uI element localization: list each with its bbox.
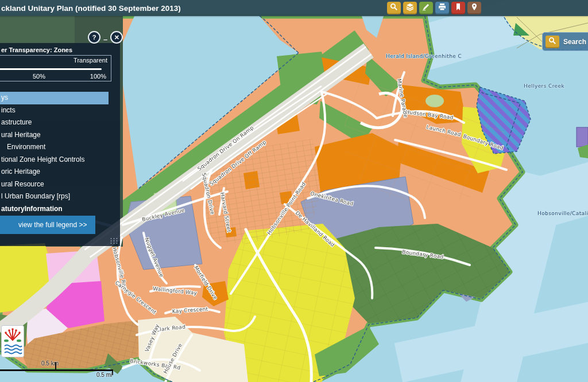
layer-item-overlays[interactable]: ys <box>0 92 109 104</box>
bookmark-tool-button[interactable] <box>451 2 465 14</box>
scalebar-mi-label: 0.5 mi <box>96 372 112 378</box>
layer-item-additional-zone-height-controls[interactable]: tional Zone Height Controls <box>0 154 120 166</box>
view-full-legend-button[interactable]: view the full legend >> <box>0 216 95 234</box>
slider-50-label: 50% <box>33 73 45 80</box>
layer-item-statutory-information[interactable]: atutoryInformation <box>0 203 120 216</box>
layer-item-precincts[interactable]: incts <box>0 104 120 117</box>
slider-100-label: 100% <box>90 73 106 80</box>
council-logo <box>1 325 24 357</box>
scalebar: 0.5 km 0.5 mi <box>0 359 121 379</box>
panel-resize-grip[interactable] <box>110 237 118 244</box>
search-tool-button[interactable] <box>387 2 401 14</box>
search-widget[interactable]: Search <box>542 32 588 51</box>
layers-icon <box>406 3 414 13</box>
printer-icon <box>438 3 446 13</box>
layer-item-environment[interactable]: Environment <box>0 141 120 154</box>
water-label-hellyers-creek: Hellyers Creek <box>524 83 564 89</box>
layer-item-natural-heritage[interactable]: ural Heritage <box>0 129 120 142</box>
search-icon <box>390 3 398 13</box>
layer-item-historic-heritage[interactable]: oric Heritage <box>0 166 120 178</box>
header-bar: ckland Unitary Plan (notified 30 Septemb… <box>0 0 588 16</box>
search-label: Search <box>563 38 586 46</box>
pencil-icon <box>422 3 430 13</box>
close-button[interactable]: ✕ <box>110 31 123 44</box>
minimize-button[interactable]: – <box>103 35 107 44</box>
layer-list: ys incts astructure ural Heritage Enviro… <box>0 92 120 215</box>
draw-tool-button[interactable] <box>419 2 433 14</box>
location-tool-button[interactable] <box>467 2 481 14</box>
app-title: ckland Unitary Plan (notified 30 Septemb… <box>0 4 181 13</box>
pin-icon <box>470 3 478 13</box>
layer-item-rural-urban-boundary[interactable]: l Urban Boundary [rps] <box>0 190 120 203</box>
toolbar <box>387 2 481 14</box>
help-button[interactable]: ? <box>88 31 100 44</box>
panel-title: er Transparency: Zones <box>1 46 72 53</box>
layer-item-natural-resource[interactable]: ural Resource <box>0 178 120 191</box>
print-tool-button[interactable] <box>435 2 449 14</box>
bookmark-icon <box>454 3 462 13</box>
water-label-herald-island: Herald Island/Greenhithe C <box>386 53 462 59</box>
layer-item-infrastructure[interactable]: astructure <box>0 116 120 129</box>
slider-transparent-label: Transparent <box>74 57 107 64</box>
water-label-catalina-bay: Hobsonville/Catalina Bay <box>537 211 588 216</box>
search-icon <box>548 37 556 47</box>
layer-transparency-panel: er Transparency: Zones Transparent 50% 1… <box>0 43 120 246</box>
panel-window-controls: ? – ✕ <box>88 31 123 44</box>
layers-tool-button[interactable] <box>403 2 417 14</box>
transparency-slider[interactable] <box>0 68 102 70</box>
transparency-slider-box: Transparent 50% 100% <box>0 55 111 81</box>
search-widget-button[interactable] <box>546 36 559 48</box>
